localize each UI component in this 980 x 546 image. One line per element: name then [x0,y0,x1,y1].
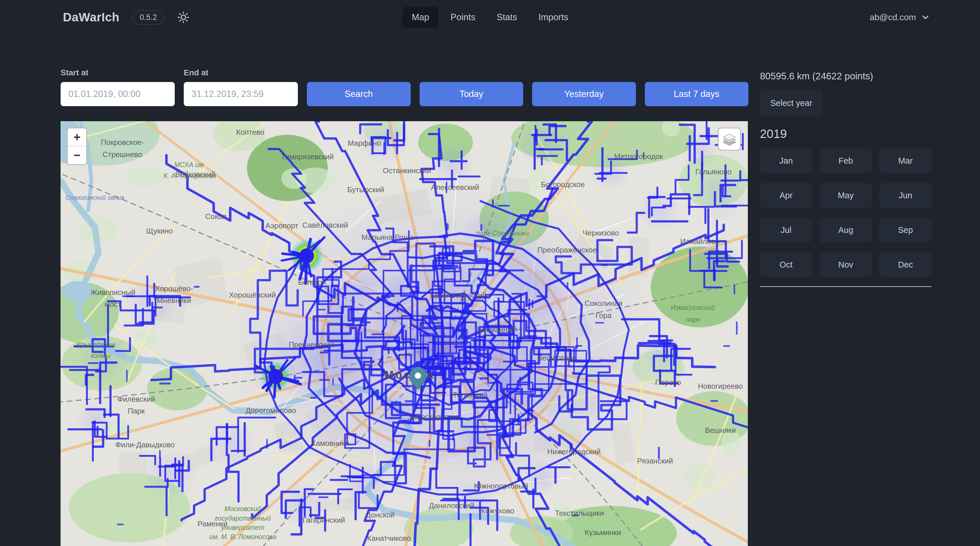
user-menu[interactable]: ab@cd.com [870,0,931,35]
month-button-jan[interactable]: Jan [760,148,812,173]
month-button-mar[interactable]: Mar [879,148,932,173]
map-tiles: КоптевоПокровское-СтрешневоТимирязевский… [60,121,748,546]
map-label: Соколиная [585,299,622,308]
map-label: холмы [90,352,110,359]
month-button-sep[interactable]: Sep [879,217,932,243]
map-label: Дорогомилово [246,406,296,415]
month-button-dec[interactable]: Dec [879,252,932,277]
filter-bar: Start at End at Search Today Yesterday L… [60,68,748,106]
map-label: Хорошёвский [229,291,276,299]
map-label: Марфино [348,139,381,147]
map-label: Мнёвники [157,296,191,305]
map-label: Строгинский залив [65,194,124,201]
map-label: Парк [128,407,145,415]
sidebar-divider [760,286,931,287]
map-label: Пресненский [289,340,334,349]
last-7-days-button[interactable]: Last 7 days [645,82,749,106]
map-label: Марьина Роща [362,233,414,241]
tab-map[interactable]: Map [402,7,438,28]
sidebar: 80595.6 km (24622 points) Select year 20… [760,70,936,287]
select-year-button[interactable]: Select year [760,91,822,115]
layers-icon [721,131,737,147]
tab-points[interactable]: Points [441,7,485,28]
today-button[interactable]: Today [420,82,523,106]
map-label: Хамовники [311,439,349,448]
map-label: Хорошёво- [155,284,193,293]
map-label: Метрогородок [614,152,663,161]
tab-imports[interactable]: Imports [529,7,578,28]
yesterday-button[interactable]: Yesterday [532,82,636,106]
map-label: Щукино [146,227,173,235]
year-heading: 2019 [760,127,936,141]
app-logo[interactable]: DaWarIch [63,10,119,24]
map-canvas[interactable]: КоптевоПокровское-СтрешневоТимирязевский… [60,121,748,546]
map-label: МСХА им. [174,161,205,169]
map-label: Кожухово [481,506,514,515]
map-label: Новогиреево [698,382,743,390]
map-label: Покровское- [101,138,144,147]
start-at-label: Start at [60,68,175,77]
map-label: Измайлово [680,237,719,246]
end-date-input[interactable] [184,82,298,106]
map-label: Богородское [541,180,585,189]
zoom-out-button[interactable]: − [68,146,86,164]
map-label: Московский [224,505,261,512]
version-badge: 0.5.2 [132,10,164,25]
map-label: Даниловский [429,501,474,510]
map-zoom-control: + − [67,128,87,165]
map-label: Гора [595,311,612,320]
navbar: DaWarIch 0.5.2 MapPointsStatsImports ab@… [0,0,980,35]
start-date-input[interactable] [60,82,175,106]
map-label: Нижегородский [547,447,600,456]
theme-toggle-button[interactable] [177,11,190,24]
map-label: Красносельский [430,291,487,300]
main-tabs: MapPointsStatsImports [402,0,578,35]
map-label: Донской [366,511,395,519]
map-label: Фили-Давыдково [115,441,175,449]
month-button-oct[interactable]: Oct [760,252,812,277]
distance-points-stat: 80595.6 km (24622 points) [760,70,936,82]
search-button[interactable]: Search [307,82,411,106]
map-label: Сокол [205,212,227,221]
tab-stats[interactable]: Stats [487,7,527,28]
map-label: Лефортово [537,353,576,362]
end-at-label: End at [184,68,298,77]
chevron-down-icon [921,13,931,22]
map-layers-control[interactable] [718,128,741,151]
map-label: Текстильщики [555,509,604,517]
map-label: мост [104,300,121,308]
month-button-nov[interactable]: Nov [820,252,872,277]
map-label: Измайловский [671,304,715,311]
map-label: Южнопортовый [474,482,528,490]
map-label: Таганский [453,390,487,399]
month-button-apr[interactable]: Apr [760,183,812,208]
map-label: Преображенское [537,246,597,254]
user-email: ab@cd.com [870,13,916,22]
month-button-may[interactable]: May [820,183,872,208]
map-label: Рязанский [637,457,673,465]
map-label: Коптево [236,128,264,136]
map-label: Вешняки [705,426,736,434]
map-label: Черкизово [582,228,619,237]
map-label: Крылатские [77,341,116,348]
zoom-in-button[interactable]: + [68,128,86,146]
map-label: парк Сокольники [476,230,529,237]
map-label: Перово [655,378,681,387]
map-label: Савёловский [302,221,348,230]
months-grid: JanFebMarAprMayJunJulAugSepOctNovDec [760,148,936,277]
map-label: К. А. Тимирязева [164,172,216,179]
month-button-aug[interactable]: Aug [820,217,872,243]
map-label: Канатчиково [367,534,411,543]
map-label: Филёвский [118,395,155,404]
map-marker-pin[interactable] [409,366,427,391]
map-label: Живописный [90,288,135,297]
map-label: парк [686,316,700,323]
map-label: государственный [215,514,271,522]
map-label: Кузьминки [585,528,621,537]
month-button-feb[interactable]: Feb [820,148,872,173]
map-label: Гагаринский [302,516,345,524]
month-button-jun[interactable]: Jun [879,183,932,208]
map-label: Беговой [298,278,326,287]
map-label: университет [221,524,264,531]
month-button-jul[interactable]: Jul [760,217,812,243]
